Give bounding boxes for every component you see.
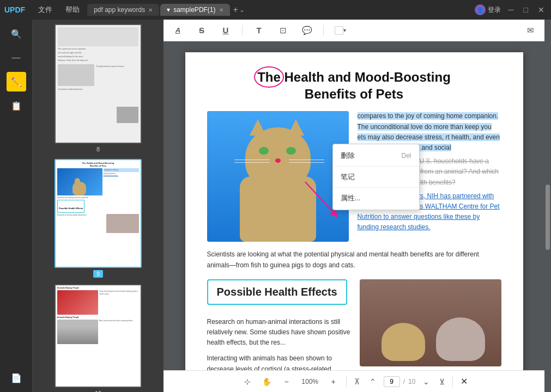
sidebar-annotate-icon[interactable]: ✏️ xyxy=(7,72,26,91)
strikethrough-btn[interactable]: S xyxy=(194,23,209,38)
dropdown-icon[interactable]: ▾ xyxy=(167,6,170,14)
thumbnail-9[interactable]: The Health and Mood-BoostingBenefits of … xyxy=(37,159,159,278)
zoom-in-btn[interactable]: + xyxy=(326,375,341,389)
sidebar: 🔍 — ✏️ 📋 📄 xyxy=(0,20,33,392)
cat-image xyxy=(207,111,349,242)
toolbar-sep-1 xyxy=(242,25,243,36)
tab-sample-pdf[interactable]: ▾ samplePDF(1) ✕ xyxy=(160,4,229,16)
health-effects-section: Possible Health Effects Research on huma… xyxy=(207,279,501,370)
ctx-delete-shortcut: Del xyxy=(401,152,411,160)
thumb-num-9: 9 xyxy=(93,270,103,278)
first-page-btn[interactable]: ⊼ xyxy=(352,376,362,387)
ctx-delete-label: 删除 xyxy=(341,151,355,161)
main-layout: 🔍 — ✏️ 📋 📄 The experiment can be repeate… xyxy=(0,20,551,392)
prev-page-btn[interactable]: ⌃ xyxy=(367,376,378,387)
menu-file[interactable]: 文件 xyxy=(33,5,58,15)
close-bar-btn[interactable]: ✕ xyxy=(461,376,468,387)
title-bar-right: 👤 登录 ─ □ ✕ xyxy=(475,4,547,15)
ctx-properties[interactable]: 属性... xyxy=(333,189,419,207)
section-title-text: Possible Health Effects xyxy=(217,286,337,298)
section-para-2: Interacting with animals has been shown … xyxy=(207,353,351,370)
comment-btn[interactable]: 💬 xyxy=(299,23,314,38)
last-page-btn[interactable]: ⊻ xyxy=(437,376,447,387)
page-nav: / 10 xyxy=(384,376,416,387)
zoom-out-btn[interactable]: − xyxy=(280,375,294,389)
ctx-delete[interactable]: 删除 Del xyxy=(333,146,419,165)
pdf-area: A S U T ⊡ 💬 ▾ ✉ The xyxy=(164,20,544,392)
thumbnail-panel: The experiment can be repeated over and … xyxy=(33,20,164,392)
sidebar-search-icon[interactable]: 🔍 xyxy=(7,24,26,44)
thumb-img-10: Animals Helping People Some interesting … xyxy=(55,284,142,388)
text-box-btn[interactable]: T xyxy=(251,23,267,38)
ctx-note-label: 笔记 xyxy=(341,172,355,182)
tab-overflow-button[interactable]: ⌄ xyxy=(239,6,245,14)
mail-btn[interactable]: ✉ xyxy=(523,23,538,38)
ctx-divider-1 xyxy=(333,166,419,167)
toolbar-sep-2 xyxy=(323,25,324,36)
sidebar-bottom-icon[interactable]: 📄 xyxy=(7,368,26,388)
highlighted-the: The xyxy=(257,69,281,85)
thumb-img-9: The Health and Mood-BoostingBenefits of … xyxy=(55,159,142,268)
cursor-tool-btn[interactable]: ⊹ xyxy=(240,375,255,389)
thumbnail-10[interactable]: Animals Helping People Some interesting … xyxy=(37,284,159,392)
title-text: The Health and Mood-Boosting Benefits of… xyxy=(207,69,501,102)
next-page-btn[interactable]: ⌄ xyxy=(421,376,432,387)
minimize-button[interactable]: ─ xyxy=(506,5,516,14)
user-label: 登录 xyxy=(488,5,501,15)
health-effects-left: Possible Health Effects Research on huma… xyxy=(207,279,351,370)
app-logo: UPDF xyxy=(4,5,25,14)
page-sep: / xyxy=(403,378,405,385)
content-row-1: 删除 Del 笔记 属性... xyxy=(207,111,501,242)
sidebar-minus-icon[interactable]: — xyxy=(7,48,26,68)
tab-label-sample: samplePDF(1) xyxy=(173,6,215,14)
underline-btn[interactable]: U xyxy=(218,23,233,38)
text-highlight-btn[interactable]: A xyxy=(170,23,185,38)
scrollbar-thumb[interactable] xyxy=(546,185,550,250)
close-button[interactable]: ✕ xyxy=(536,5,547,14)
context-menu: 删除 Del 笔记 属性... xyxy=(332,144,420,210)
tab-close-sample[interactable]: ✕ xyxy=(219,7,223,13)
ctx-divider-2 xyxy=(333,187,419,188)
user-login-button[interactable]: 👤 登录 xyxy=(475,4,501,15)
annotation-toolbar: A S U T ⊡ 💬 ▾ ✉ xyxy=(164,20,544,41)
tab-label-keywords: pdf app keywords xyxy=(94,6,145,14)
scrollbar-area xyxy=(544,20,551,392)
bottom-sep-1 xyxy=(346,376,347,387)
color-box-btn[interactable]: ▾ xyxy=(332,23,348,38)
page-input[interactable] xyxy=(384,376,400,387)
menu-help[interactable]: 帮助 xyxy=(60,5,85,15)
ctx-properties-label: 属性... xyxy=(341,193,361,203)
bottom-sep-2 xyxy=(452,376,453,387)
thumb-img-8: The experiment can be repeated over and … xyxy=(55,24,142,144)
sidebar-pages-icon[interactable]: 📋 xyxy=(7,96,26,115)
thumb-num-8: 8 xyxy=(96,146,100,152)
thumbnail-8[interactable]: The experiment can be repeated over and … xyxy=(37,24,159,152)
title-bar: UPDF 文件 帮助 pdf app keywords ✕ ▾ samplePD… xyxy=(0,0,551,20)
tab-close-keywords[interactable]: ✕ xyxy=(148,7,153,13)
section-para-1: Research on human-animal interactions is… xyxy=(207,317,351,348)
pdf-page: The Health and Mood-Boosting Benefits of… xyxy=(185,52,523,370)
tab-pdf-keywords[interactable]: pdf app keywords ✕ xyxy=(87,4,159,16)
zoom-level: 100% xyxy=(299,375,321,389)
thumb-num-10: 10 xyxy=(95,390,101,392)
scientists-para: Scientists are looking at what the poten… xyxy=(207,249,501,270)
tab-bar: pdf app keywords ✕ ▾ samplePDF(1) ✕ + ⌄ xyxy=(87,4,472,16)
bottom-bar: ⊹ ✋ − 100% + ⊼ ⌃ / 10 ⌄ ⊻ ✕ xyxy=(164,370,544,392)
pdf-page-wrapper: The Health and Mood-Boosting Benefits of… xyxy=(164,41,544,370)
ctx-note[interactable]: 笔记 xyxy=(333,168,419,186)
crop-btn[interactable]: ⊡ xyxy=(275,23,290,38)
new-tab-button[interactable]: + xyxy=(233,5,238,15)
maximize-button[interactable]: □ xyxy=(522,5,530,14)
page-total: 10 xyxy=(408,378,415,385)
section-title-box: Possible Health Effects xyxy=(207,279,347,305)
hand-tool-btn[interactable]: ✋ xyxy=(260,375,274,389)
page-title: The Health and Mood-Boosting Benefits of… xyxy=(207,69,501,102)
health-effects-image xyxy=(360,279,501,366)
user-avatar: 👤 xyxy=(475,4,486,15)
